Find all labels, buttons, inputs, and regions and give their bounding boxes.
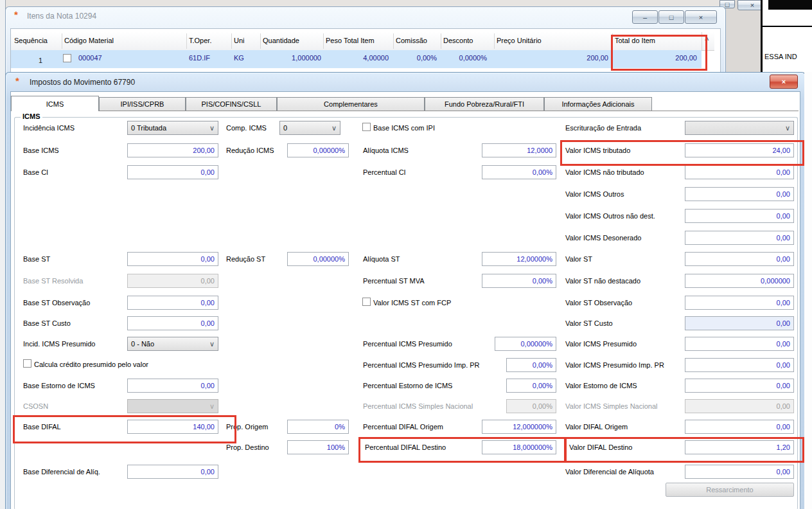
base-icms-input[interactable]: 200,00: [127, 143, 218, 157]
incid-icms-presumido-select[interactable]: 0 - Não ∨: [127, 337, 218, 351]
valor-icms-desonerado-label: Valor ICMS Desonerado: [565, 233, 641, 242]
ressarcimento-button[interactable]: Ressarcimento: [666, 483, 794, 497]
percentual-icms-presumido-pr-input[interactable]: 0,00%: [506, 358, 556, 372]
tab-ipi-iss-cprb[interactable]: IPI/ISS/CPRB: [99, 97, 186, 111]
base-st-resolvida-input: 0,00: [127, 274, 218, 288]
valor-icms-presumido-input[interactable]: 0,00: [685, 337, 794, 351]
close-button[interactable]: ×: [685, 10, 717, 24]
aliquota-icms-label: Alíquota ICMS: [363, 146, 409, 155]
percentual-icms-presumido-pr-label: Percentual ICMS Presumido Imp. PR: [363, 361, 480, 370]
row-checkbox[interactable]: [63, 54, 71, 62]
percentual-icms-presumido-label: Percentual ICMS Presumido: [363, 339, 452, 348]
reducao-icms-input[interactable]: 0,00000%: [287, 143, 349, 157]
percentual-ci-input[interactable]: 0,00%: [482, 165, 556, 179]
escrituracao-entrada-select[interactable]: ∨: [685, 121, 794, 135]
valor-icms-presumido-pr-label: Valor ICMS Presumido Imp. PR: [565, 361, 664, 370]
valor-st-nao-destacado-input[interactable]: 0,000000: [685, 274, 794, 288]
base-icms-com-ipi-checkbox[interactable]: [362, 123, 371, 131]
base-diferencial-aliq-label: Base Diferencial de Alíq.: [23, 467, 100, 476]
valor-st-observacao-input[interactable]: 0,00: [685, 296, 794, 310]
col-desconto[interactable]: Desconto: [443, 37, 473, 44]
valor-st-custo-label: Valor ST Custo: [565, 319, 613, 328]
cell-peso: 4,00000: [323, 54, 389, 62]
col-preco-unitario[interactable]: Preço Unitário: [497, 37, 542, 44]
valor-difal-origem-label: Valor DIFAL Origem: [565, 422, 628, 431]
comp-icms-select[interactable]: 0 ∨: [279, 121, 340, 135]
prop-origem-label: Prop. Origem: [226, 422, 268, 431]
close-icon: ×: [750, 2, 754, 8]
minimize-button[interactable]: –: [632, 10, 658, 24]
prop-origem-input[interactable]: 0%: [287, 420, 349, 434]
valor-st-custo-input[interactable]: 0,00: [685, 316, 794, 330]
base-icms-com-ipi-label: Base ICMS com IPI: [373, 123, 435, 132]
valor-st-nao-destacado-label: Valor ST não destacado: [565, 276, 640, 285]
valor-difal-origem-input[interactable]: 0,00: [685, 420, 794, 434]
valor-icms-nao-tributado-input[interactable]: 0,00: [685, 165, 794, 179]
valor-difal-destino-label: Valor DIFAL Destino: [569, 443, 632, 452]
aliquota-icms-input[interactable]: 12,0000: [482, 143, 556, 157]
percentual-icms-simples-input: 0,00%: [506, 399, 556, 413]
col-quantidade[interactable]: Quantidade: [263, 37, 299, 44]
base-st-label: Base ST: [23, 254, 50, 263]
close-button[interactable]: ×: [770, 75, 798, 89]
percentual-icms-presumido-input[interactable]: 0,00000%: [495, 337, 556, 351]
col-uni[interactable]: Uni: [234, 37, 245, 44]
base-ci-label: Base CI: [23, 168, 48, 177]
valor-icms-desonerado-input[interactable]: 0,00: [685, 231, 794, 245]
percentual-difal-destino-input[interactable]: 18,000000%: [482, 440, 556, 454]
base-ci-input[interactable]: 0,00: [127, 165, 218, 179]
incidencia-icms-label: Incidência ICMS: [23, 123, 75, 132]
valor-icms-simples-label: Valor ICMS Simples Nacional: [565, 402, 657, 411]
percentual-difal-destino-label: Percentual DIFAL Destino: [365, 443, 446, 452]
valor-icms-outros-nao-dest-input[interactable]: 0,00: [685, 209, 794, 223]
col-toper[interactable]: T.Oper.: [189, 37, 211, 44]
scroll-up-icon[interactable]: ^: [705, 36, 709, 44]
valor-icms-st-fcp-checkbox[interactable]: [362, 298, 371, 306]
chevron-down-icon: ∨: [209, 339, 215, 348]
report-window-fragment: [761, 0, 812, 72]
valor-icms-simples-input: 0,00: [685, 399, 794, 413]
base-estorno-icms-label: Base Estorno de ICMS: [23, 381, 95, 390]
percentual-st-mva-input[interactable]: 0,00%: [482, 274, 556, 288]
cell-codigo: 000047: [78, 54, 102, 62]
base-st-resolvida-label: Base ST Resolvida: [23, 276, 83, 285]
base-difal-input[interactable]: 140,00: [127, 420, 218, 434]
percentual-estorno-icms-input[interactable]: 0,00%: [506, 379, 556, 393]
base-st-custo-input[interactable]: 0,00: [127, 316, 218, 330]
col-total-item[interactable]: Total do Item: [615, 37, 655, 44]
tab-strip-line: [11, 111, 799, 111]
prop-destino-input[interactable]: 100%: [287, 440, 349, 454]
valor-diferencial-aliquota-input[interactable]: 0,00: [685, 465, 794, 479]
percentual-difal-origem-label: Percentual DIFAL Origem: [363, 422, 443, 431]
escrituracao-entrada-label: Escrituração de Entrada: [565, 123, 641, 132]
calcula-credito-checkbox[interactable]: [23, 359, 31, 368]
base-st-observacao-input[interactable]: 0,00: [127, 296, 218, 310]
valor-estorno-icms-input[interactable]: 0,00: [685, 379, 794, 393]
percentual-estorno-icms-label: Percentual Estorno de ICMS: [363, 381, 452, 390]
aliquota-st-input[interactable]: 12,00000%: [482, 252, 556, 266]
valor-difal-destino-input[interactable]: 1,20: [685, 440, 794, 454]
valor-icms-presumido-pr-input[interactable]: 0,00: [685, 358, 794, 372]
itens-window-title: Itens da Nota 10294: [27, 12, 96, 21]
restore-button[interactable]: □: [658, 10, 684, 24]
col-comissao[interactable]: Comissão: [396, 37, 427, 44]
col-peso-total[interactable]: Peso Total Item: [326, 37, 375, 44]
base-diferencial-aliq-input[interactable]: 0,00: [127, 465, 218, 479]
col-codigo-material[interactable]: Código Material: [64, 37, 114, 44]
tab-complementares[interactable]: Complementares: [277, 97, 425, 111]
tab-informacoes-adicionais[interactable]: Informações Adicionais: [544, 97, 652, 111]
close-icon: ×: [782, 78, 786, 85]
valor-icms-outros-input[interactable]: 0,00: [685, 187, 794, 201]
valor-st-input[interactable]: 0,00: [685, 252, 794, 266]
valor-estorno-icms-label: Valor Estorno de ICMS: [565, 381, 637, 390]
percentual-difal-origem-input[interactable]: 12,000000%: [482, 420, 556, 434]
tab-fundo-pobreza[interactable]: Fundo Pobreza/Rural/FTI: [425, 97, 544, 111]
incidencia-icms-select[interactable]: 0 Tributada ∨: [127, 121, 218, 135]
tab-pis-cofins-csll[interactable]: PIS/COFINS/CSLL: [186, 97, 277, 111]
reducao-st-input[interactable]: 0,00000%: [287, 252, 349, 266]
col-sequencia[interactable]: Sequência: [14, 37, 48, 44]
base-st-input[interactable]: 0,00: [127, 252, 218, 266]
valor-icms-tributado-input[interactable]: 24,00: [685, 143, 794, 157]
base-estorno-icms-input[interactable]: 0,00: [127, 379, 218, 393]
tab-icms[interactable]: ICMS: [11, 96, 99, 111]
